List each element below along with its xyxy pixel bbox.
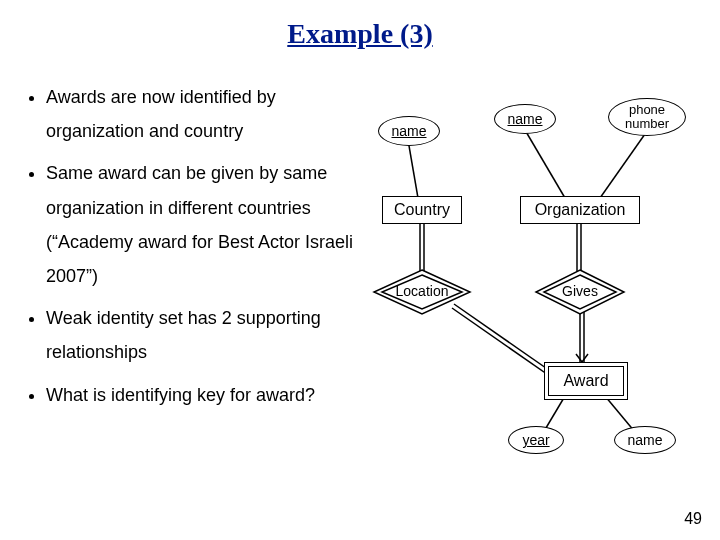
svg-line-7 bbox=[454, 304, 556, 375]
slide-title: Example (3) bbox=[0, 18, 720, 50]
er-diagram: name name phone number Country Organizat… bbox=[0, 80, 720, 500]
svg-line-2 bbox=[600, 134, 645, 198]
rel-gives-label: Gives bbox=[558, 283, 602, 299]
svg-line-1 bbox=[525, 130, 565, 198]
rel-location-label: Location bbox=[394, 283, 450, 299]
attr-label: name bbox=[507, 111, 542, 127]
entity-organization: Organization bbox=[520, 196, 640, 224]
attr-org-phone: phone number bbox=[608, 98, 686, 136]
diagram-connectors bbox=[0, 80, 720, 520]
attr-award-year: year bbox=[508, 426, 564, 454]
attr-country-name: name bbox=[378, 116, 440, 146]
entity-award-inner: Award bbox=[548, 366, 624, 396]
slide-number: 49 bbox=[684, 510, 702, 528]
attr-label: name bbox=[627, 432, 662, 448]
attr-label: phone number bbox=[609, 103, 685, 132]
entity-award: Award bbox=[544, 362, 628, 400]
attr-label: year bbox=[522, 432, 549, 448]
svg-line-0 bbox=[408, 140, 418, 198]
attr-label: name bbox=[391, 123, 426, 139]
svg-line-8 bbox=[452, 308, 554, 379]
entity-country: Country bbox=[382, 196, 462, 224]
attr-award-name: name bbox=[614, 426, 676, 454]
attr-org-name: name bbox=[494, 104, 556, 134]
